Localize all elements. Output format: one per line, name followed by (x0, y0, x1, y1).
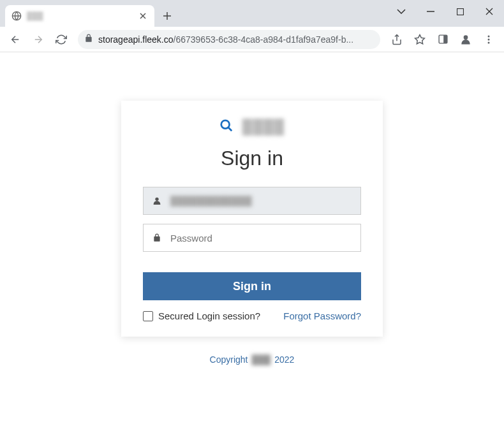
svg-rect-1 (457, 8, 463, 15)
search-icon (219, 119, 233, 135)
bottom-row: Secured Login session? Forgot Password? (143, 310, 361, 321)
lock-icon (84, 34, 93, 45)
copyright-text: Copyright ███ 2022 (210, 354, 295, 365)
address-bar[interactable]: storageapi.fleek.co/66739653-6c38-4ca8-a… (78, 30, 380, 49)
menu-icon[interactable] (478, 29, 499, 50)
minimize-button[interactable] (416, 0, 445, 23)
svg-marker-2 (415, 34, 425, 43)
signin-title: Sign in (143, 147, 361, 170)
password-field[interactable] (170, 233, 360, 244)
page-content: ████ Sign in Sign in Secured Login sessi… (0, 52, 504, 445)
browser-tab[interactable]: ███ (5, 5, 154, 27)
svg-point-5 (464, 35, 468, 40)
svg-point-6 (488, 35, 490, 37)
secured-label: Secured Login session? (158, 310, 260, 321)
back-button[interactable] (5, 29, 26, 50)
user-icon (144, 196, 170, 206)
globe-icon (11, 11, 22, 21)
close-window-button[interactable] (475, 0, 504, 23)
new-tab-button[interactable] (158, 7, 176, 25)
forward-button[interactable] (28, 29, 48, 50)
maximize-button[interactable] (445, 0, 475, 23)
svg-rect-4 (443, 35, 447, 43)
chevron-down-icon[interactable] (387, 0, 416, 23)
bookmark-star-icon[interactable] (410, 29, 430, 50)
profile-icon[interactable] (456, 29, 476, 50)
signin-button[interactable]: Sign in (143, 272, 361, 300)
secured-checkbox[interactable] (143, 311, 153, 321)
svg-point-7 (488, 38, 490, 40)
brand-row: ████ (143, 119, 361, 135)
password-input-group (143, 224, 361, 252)
brand-name: ████ (242, 119, 285, 135)
window-controls (387, 0, 504, 23)
share-icon[interactable] (387, 29, 407, 50)
secured-checkbox-group: Secured Login session? (143, 310, 260, 321)
svg-point-8 (488, 41, 490, 43)
login-card: ████ Sign in Sign in Secured Login sessi… (121, 101, 383, 337)
reload-button[interactable] (51, 29, 71, 50)
email-input-group (143, 187, 361, 215)
lock-icon (144, 233, 170, 242)
browser-tab-bar: ███ (0, 0, 504, 27)
browser-toolbar: storageapi.fleek.co/66739653-6c38-4ca8-a… (0, 27, 504, 52)
forgot-password-link[interactable]: Forgot Password? (283, 310, 361, 321)
url-text: storageapi.fleek.co/66739653-6c38-4ca8-a… (98, 34, 374, 45)
close-tab-icon[interactable] (138, 11, 148, 21)
email-field[interactable] (170, 196, 360, 207)
svg-point-9 (221, 120, 230, 129)
svg-point-10 (155, 198, 158, 201)
side-panel-icon[interactable] (433, 29, 453, 50)
tab-title: ███ (27, 11, 133, 20)
